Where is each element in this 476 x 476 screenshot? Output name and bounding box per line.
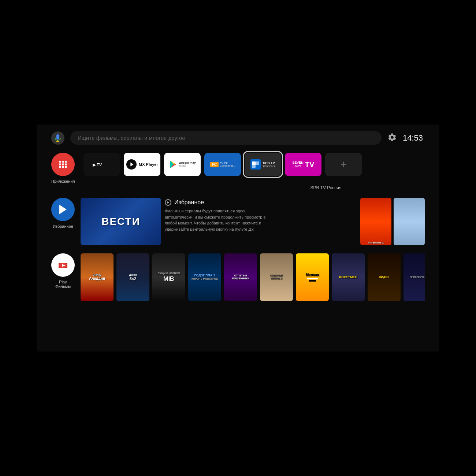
svg-rect-11 [252,161,256,165]
news-text: ВЕСТИ [101,216,140,227]
svg-rect-13 [252,165,256,168]
clock: 14:53 [403,133,425,143]
incredibles-thumb[interactable]: Incredibles 2 [360,198,391,245]
apps-label: Приложения [51,179,75,183]
tv-screen: Ищите фильмы, сериалы и многое другое 14… [37,124,439,352]
snow-thumb[interactable] [394,198,425,245]
movie-godzilla[interactable]: ГОДЗИЛЛА 2 КОРОЛЬ МОНСТРОВ [188,253,221,301]
play-small-icon [165,199,171,206]
focused-label-text: SPB TV Россия [310,185,341,190]
svg-rect-12 [256,161,259,165]
movie-rocketman[interactable]: РОКЕТМЕН [332,253,365,301]
add-app-tile[interactable]: + [325,153,362,176]
search-placeholder: Ищите фильмы, сериалы и многое другое [78,135,185,141]
favorites-info: Избранное Фильмы и сериалы будут появлят… [165,198,275,245]
svg-rect-21 [66,267,67,268]
favorites-section: Избранное ВЕСТИ Избранное Фильмы и сериа… [37,194,439,245]
movie-aladdin[interactable]: Disney Аладдин [81,253,114,301]
apps-row: Приложения ▶ TV MX Player [37,153,439,183]
movie-otpetye[interactable]: ОТПЕТЫЕ МОШЕННИКИ [224,253,257,301]
favorites-desc: Фильмы и сериалы будут появляться здесь … [165,208,275,232]
svg-rect-19 [66,263,67,264]
svg-text:▶ TV: ▶ TV [93,163,102,167]
svg-marker-14 [59,205,67,214]
settings-button[interactable] [387,133,397,144]
movie-john3[interactable]: Джон 3×2 [116,253,149,301]
mx-player-tile[interactable]: MX Player [124,153,160,176]
favorites-nav-icon[interactable]: Избранное [51,198,75,228]
svg-marker-5 [130,163,133,167]
movies-label: Play Фильмы [51,280,75,289]
tv-file-tile[interactable]: FC TV File Commande... [204,153,241,176]
spb-tv-tile[interactable]: SPB TV РОССИЯ [245,153,281,176]
movies-list: Disney Аладдин Джон 3×2 ЛЮДИ В ЧЁРНОМ MI… [81,253,425,301]
google-play-tile[interactable]: Google Play Store [164,153,201,176]
movie-vidok[interactable]: ВИДОК [368,253,401,301]
favorites-thumbnails: Incredibles 2 [360,198,425,245]
time-display: 14:53 [403,133,423,142]
focused-app-label: SPB TV Россия [37,185,439,190]
header: Ищите фильмы, сериалы и многое другое 14… [37,124,439,151]
add-icon: + [341,158,347,171]
movies-nav-icon[interactable]: Play Фильмы [51,253,75,289]
svg-rect-18 [59,263,60,264]
news-thumbnail[interactable]: ВЕСТИ [81,198,161,245]
apps-list: ▶ TV MX Player [83,153,362,176]
svg-marker-15 [167,201,170,204]
sevensky-tile[interactable]: sevensky TV [285,153,321,176]
movies-section: Play Фильмы Disney Аладдин Джон 3×2 [37,250,439,301]
favorites-label: Избранное [53,224,73,228]
movie-dogs-life[interactable]: СОБАЧЬЯ ЖИЗНЬ 2 [260,253,293,301]
apple-tv-tile[interactable]: ▶ TV [83,153,120,176]
movie-mib[interactable]: ЛЮДИ В ЧЁРНОМ MIB [152,253,185,301]
movie-extra[interactable]: ПРИКЛЮЧЕНИЯ [404,253,425,301]
movie-melkaya[interactable]: Мелкая [296,253,329,301]
nav-applications[interactable]: Приложения [51,153,75,183]
svg-rect-20 [59,267,60,268]
mic-button[interactable] [51,131,64,145]
favorites-title: Избранное [174,199,204,206]
search-bar[interactable]: Ищите фильмы, сериалы и многое другое [70,131,382,145]
svg-rect-1 [56,134,59,140]
favorites-content: ВЕСТИ Избранное Фильмы и сериалы будут п… [81,198,425,245]
